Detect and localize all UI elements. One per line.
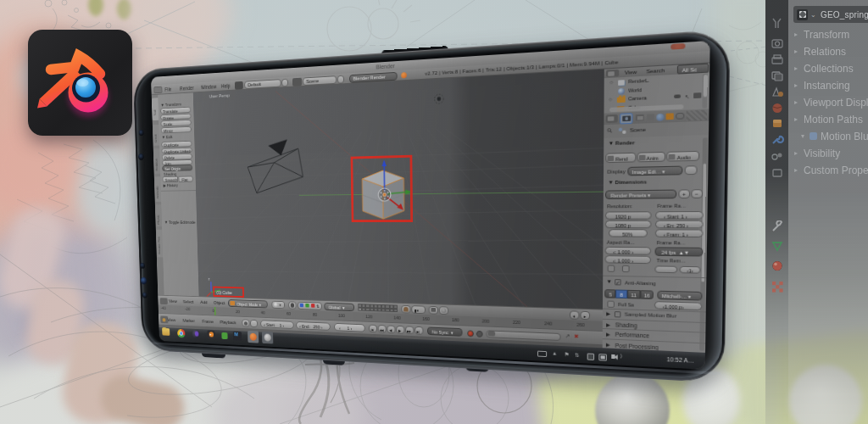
svg-text:z: z [209,276,210,281]
